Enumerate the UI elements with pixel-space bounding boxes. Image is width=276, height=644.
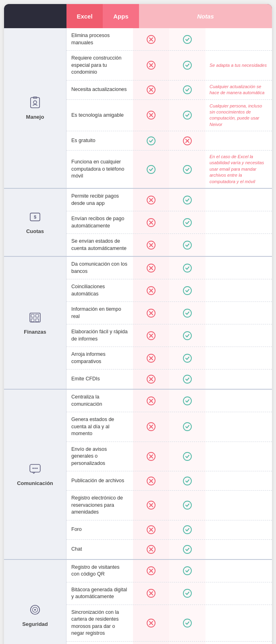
feature-text: Coinciliaciones automáticas [66,279,133,301]
excel-check [133,100,169,131]
note-text [205,471,272,490]
svg-point-8 [183,86,191,94]
table-row: Emite CFDIs [66,369,272,389]
svg-point-22 [183,241,191,249]
svg-point-11 [147,137,155,145]
table-row: Elimina procesos manuales [66,28,272,51]
cat-block-manejo: Manejo Elimina procesos manuales Requier… [4,28,272,188]
rows-block-seguridad: Registro de visitantes con código QR Bit… [66,560,272,644]
header-apps: Apps [103,4,139,28]
svg-point-60 [34,609,36,611]
table-row: Registro de visitantes con código QR [66,560,272,582]
table-row: Es tecnología amigable Cualquier persona… [66,100,272,132]
x-icon [146,374,156,384]
svg-point-45 [183,397,191,405]
apps-check [169,51,205,80]
note-text [205,279,272,301]
note-text [205,560,272,582]
table-row: Arroja informes comparativos [66,347,272,369]
note-text: En el caso de Excel la usabilidad varía … [205,151,272,188]
svg-point-57 [183,545,191,553]
excel-check [133,442,169,471]
x-icon [146,545,156,554]
note-text [205,642,272,644]
check-icon [183,110,192,120]
excel-check [133,412,169,442]
excel-check [133,28,169,50]
check-icon [146,165,156,174]
apps-check [169,471,205,490]
cat-block-cuotas: $ Cuotas Permite recibir pagos desde una… [4,189,272,256]
table-row: Publicación de archivos [66,471,272,491]
svg-point-53 [183,501,191,509]
cat-label-seguridad: Seguridad [4,560,66,644]
rows-block-finanzas: Da comunicación con los bancos Coincilia… [66,257,272,389]
apps-check [169,605,205,641]
apps-check [169,80,205,99]
table-row: Interfon virtual para comunicación entre… [66,642,272,644]
feature-text: Foro [66,520,133,539]
check-icon [183,422,192,431]
svg-point-39 [183,375,191,383]
note-text [205,412,272,442]
svg-text:$: $ [34,215,37,219]
x-icon [146,85,156,95]
apps-check [169,234,205,256]
table-row: Genera estados de cuenta al día y al mom… [66,412,272,442]
feature-text: Registro electrónico de reservaciones pa… [66,491,133,520]
check-icon [183,476,192,486]
svg-point-41 [33,468,34,469]
section-cuotas: $ Cuotas Permite recibir pagos desde una… [4,189,272,257]
section-finanzas: Finanzas Da comunicación con los bancos … [4,257,272,390]
excel-check [133,189,169,211]
excel-check [133,582,169,605]
check-icon [183,500,192,510]
feature-text: Requiere construcción especial para tu c… [66,51,133,80]
excel-check [133,279,169,301]
x-icon [183,136,192,146]
rows-block-comunicacion: Centraliza la comunicación Genera estado… [66,390,272,559]
note-text [205,605,272,641]
check-icon [183,566,192,576]
note-text [205,189,272,211]
apps-check [169,100,205,131]
check-icon [183,618,192,628]
rows-block-manejo: Elimina procesos manuales Requiere const… [66,28,272,188]
apps-check [169,189,205,211]
x-icon [146,618,156,628]
apps-check [169,442,205,471]
feature-text: Bitácora generada digital y automáticame… [66,582,133,605]
excel-check [133,540,169,559]
svg-point-10 [183,111,191,119]
table-header: Excel Apps Notas [4,4,272,28]
comparison-table: Excel Apps Notas Manejo Elimina procesos… [4,4,272,644]
header-category [4,4,66,28]
feature-text: Envío de avisos generales o personalizad… [66,442,133,471]
manejo-icon [29,96,42,111]
feature-text: Envían recibos de pago automáticamente [66,211,133,233]
table-row: Necesita actualizaciones Cualquier actua… [66,80,272,100]
apps-check [169,491,205,520]
table-row: Envío de avisos generales o personalizad… [66,442,272,472]
check-icon [183,60,192,70]
apps-check [169,324,205,347]
table-row: Foro [66,520,272,540]
svg-point-31 [183,287,191,295]
cat-name-finanzas: Finanzas [24,329,46,335]
section-manejo: Manejo Elimina procesos manuales Requier… [4,28,272,189]
excel-check [133,390,169,412]
x-icon [146,525,156,535]
svg-point-66 [183,619,191,627]
apps-check [169,390,205,412]
feature-text: Es gratuito [66,131,133,150]
feature-text: Sincronización con la cartera de residen… [66,605,133,641]
cat-name-comunicacion: Comunicación [17,480,53,486]
apps-check [169,257,205,279]
apps-check [169,540,205,559]
note-text: Se adapta a tus necesidades [205,51,272,80]
cuotas-icon: $ [29,211,42,226]
note-text [205,369,272,389]
check-icon [183,240,192,250]
svg-point-51 [183,477,191,485]
check-icon [183,35,192,44]
